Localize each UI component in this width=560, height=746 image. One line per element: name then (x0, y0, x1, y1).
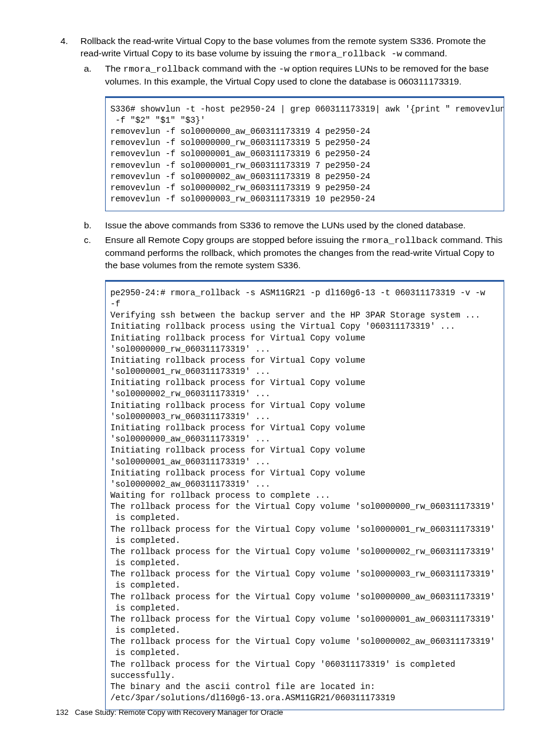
step4-text-post: command. (402, 48, 447, 58)
code-block-1: S336# showvlun -t -host pe2950-24 | grep… (105, 96, 504, 212)
step-number: 4. (60, 35, 68, 48)
step4-cmd: rmora_rollback -w (309, 49, 402, 59)
step4c-cmd: rmora_rollback (362, 235, 438, 246)
substep-letter: b. (84, 220, 92, 232)
substep-letter: a. (84, 63, 92, 75)
page-footer: 132 Case Study: Remote Copy with Recover… (56, 707, 283, 718)
step4a-opt1: -w (279, 64, 290, 75)
step4a-cmd1: rmora_rollback (123, 64, 200, 75)
step4a-mid1: command with the (200, 63, 278, 73)
substep-letter: c. (84, 234, 91, 247)
footer-title: Case Study: Remote Copy with Recovery Ma… (75, 708, 284, 717)
step4c-pre: Ensure all Remote Copy groups are stoppe… (105, 235, 362, 245)
step-4: 4. Rollback the read-write Virtual Copy … (56, 35, 504, 710)
step-4b: b. Issue the above commands from S336 to… (80, 220, 504, 232)
step-4a: a. The rmora_rollback command with the -… (80, 63, 504, 211)
step4b-text: Issue the above commands from S336 to re… (105, 220, 465, 230)
code-block-2: pe2950-24:# rmora_rollback -s ASM11GR21 … (105, 280, 504, 710)
step4a-pre1: The (105, 63, 123, 73)
page-number: 132 (56, 708, 69, 717)
step-4c: c. Ensure all Remote Copy groups are sto… (80, 234, 504, 710)
